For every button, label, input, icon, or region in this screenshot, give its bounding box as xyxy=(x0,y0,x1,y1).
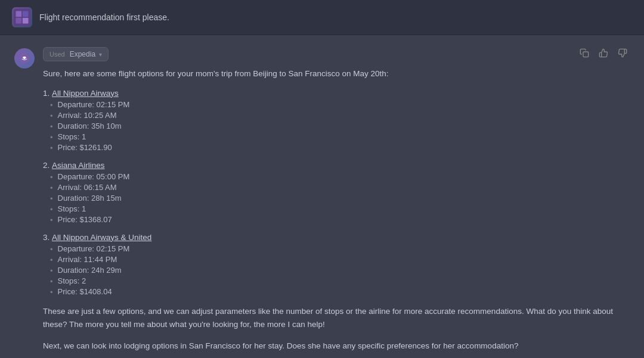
flight-detail-item: Arrival: 11:44 PM xyxy=(50,255,630,264)
flight-item: 3. All Nippon Airways & UnitedDeparture:… xyxy=(43,233,630,297)
thumbs-down-icon[interactable] xyxy=(615,47,630,61)
thumbs-up-icon[interactable] xyxy=(596,47,611,61)
assistant-avatar xyxy=(14,48,35,69)
flight-detail-item: Departure: 02:15 PM xyxy=(50,100,630,110)
flight-detail-item: Price: $1408.04 xyxy=(50,287,630,297)
message-content: Used Expedia ▾ xyxy=(43,47,630,353)
closing-text-2: Next, we can look into lodging options i… xyxy=(43,340,630,353)
flight-number-label: 1. All Nippon Airways xyxy=(43,89,630,98)
flight-number-label: 3. All Nippon Airways & United xyxy=(43,233,630,242)
closing-text-1: These are just a few options, and we can… xyxy=(43,305,630,332)
chevron-down-icon: ▾ xyxy=(99,51,102,58)
message-intro: Sure, here are some flight options for y… xyxy=(43,67,630,80)
airline-name: All Nippon Airways xyxy=(52,89,119,98)
flight-number-label: 2. Asiana Airlines xyxy=(43,161,630,170)
flight-detail-item: Departure: 05:00 PM xyxy=(50,172,630,182)
expedia-badge[interactable]: Used Expedia ▾ xyxy=(43,47,109,61)
svg-rect-4 xyxy=(23,18,29,24)
action-icons xyxy=(577,47,630,61)
svg-point-6 xyxy=(23,57,26,59)
conversation-title: Flight recommendation first please. xyxy=(39,13,169,22)
top-bar: Flight recommendation first please. xyxy=(0,0,644,35)
copy-icon[interactable] xyxy=(577,47,592,61)
flight-detail-item: Stops: 1 xyxy=(50,132,630,142)
message-header: Used Expedia ▾ xyxy=(43,47,630,61)
flight-detail-item: Arrival: 06:15 AM xyxy=(50,183,630,192)
flight-details: Departure: 02:15 PMArrival: 10:25 AMDura… xyxy=(43,100,630,152)
airline-name: All Nippon Airways & United xyxy=(52,233,151,242)
svg-rect-1 xyxy=(16,11,22,17)
main-content: Used Expedia ▾ xyxy=(0,35,644,358)
message-row: Used Expedia ▾ xyxy=(0,47,644,347)
flight-details: Departure: 05:00 PMArrival: 06:15 AMDura… xyxy=(43,172,630,225)
flight-detail-item: Duration: 28h 15m xyxy=(50,194,630,203)
flight-detail-item: Duration: 35h 10m xyxy=(50,122,630,131)
user-avatar xyxy=(12,7,32,27)
flights-list: 1. All Nippon AirwaysDeparture: 02:15 PM… xyxy=(43,89,630,297)
svg-rect-7 xyxy=(583,52,589,57)
flight-detail-item: Arrival: 10:25 AM xyxy=(50,111,630,120)
used-label: Used xyxy=(49,51,65,58)
flight-item: 2. Asiana AirlinesDeparture: 05:00 PMArr… xyxy=(43,161,630,225)
flight-detail-item: Price: $1261.90 xyxy=(50,143,630,152)
flight-detail-item: Duration: 24h 29m xyxy=(50,266,630,275)
airline-name: Asiana Airlines xyxy=(52,161,105,170)
service-name: Expedia xyxy=(70,50,95,58)
svg-rect-3 xyxy=(16,18,22,24)
flight-detail-item: Price: $1368.07 xyxy=(50,215,630,225)
svg-rect-2 xyxy=(23,11,29,17)
flight-detail-item: Stops: 2 xyxy=(50,276,630,286)
flight-detail-item: Stops: 1 xyxy=(50,204,630,214)
flight-item: 1. All Nippon AirwaysDeparture: 02:15 PM… xyxy=(43,89,630,152)
flight-details: Departure: 02:15 PMArrival: 11:44 PMDura… xyxy=(43,244,630,297)
flight-detail-item: Departure: 02:15 PM xyxy=(50,244,630,254)
